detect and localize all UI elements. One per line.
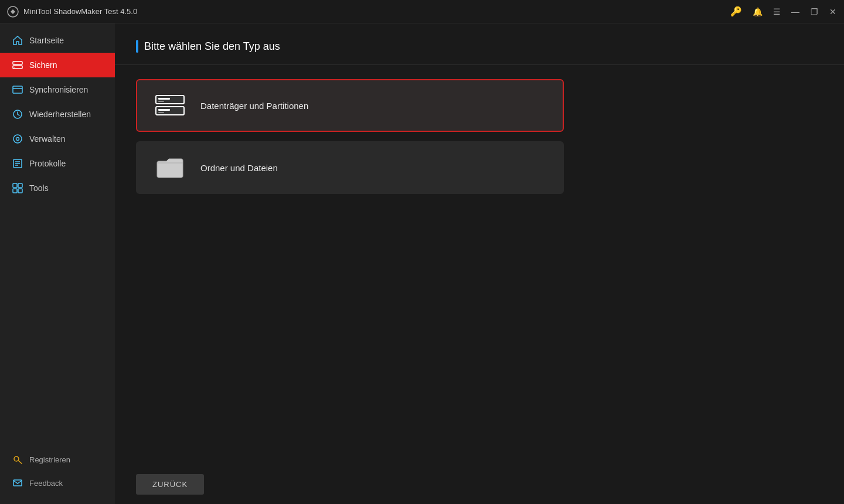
option-ordner[interactable]: Ordner und Dateien — [136, 141, 564, 194]
page-title: Bitte wählen Sie den Typ aus — [144, 40, 280, 53]
sidebar-label-verwalten: Verwalten — [29, 134, 65, 144]
content-footer: ZURÜCK — [115, 465, 844, 504]
sidebar-item-feedback[interactable]: Feedback — [0, 471, 115, 495]
svg-rect-3 — [14, 63, 15, 63]
sidebar-label-sichern: Sichern — [29, 60, 57, 70]
window-controls: 🔑 🔔 ☰ — ❐ ✕ — [730, 6, 837, 17]
content-body: Datenträger und Partitionen Ordner und D… — [115, 65, 844, 465]
sidebar-nav: Startseite Sichern — [0, 23, 115, 448]
restore-icon — [12, 108, 23, 120]
sidebar-item-wiederherstellen[interactable]: Wiederherstellen — [0, 102, 115, 127]
sidebar-item-startseite[interactable]: Startseite — [0, 28, 115, 53]
log-icon — [12, 158, 23, 169]
title-bar-left: MiniTool ShadowMaker Test 4.5.0 — [7, 6, 137, 18]
svg-rect-25 — [158, 109, 170, 111]
tools-icon — [12, 182, 23, 194]
sidebar-label-tools: Tools — [29, 183, 49, 193]
folder-icon — [154, 151, 186, 184]
home-icon — [12, 35, 23, 46]
minimize-button[interactable]: — — [791, 8, 799, 16]
back-button[interactable]: ZURÜCK — [136, 474, 204, 495]
option-ordner-label: Ordner und Dateien — [200, 163, 278, 173]
bell-icon[interactable]: 🔔 — [753, 7, 763, 16]
svg-rect-16 — [13, 189, 17, 193]
key-sidebar-icon — [12, 454, 23, 465]
svg-rect-14 — [13, 183, 17, 188]
content-area: Bitte wählen Sie den Typ aus — [115, 23, 844, 504]
option-datentraeger-label: Datenträger und Partitionen — [200, 101, 308, 111]
sidebar-label-startseite: Startseite — [29, 36, 64, 45]
key-icon[interactable]: 🔑 — [730, 6, 742, 17]
svg-rect-15 — [18, 183, 22, 188]
menu-icon[interactable]: ☰ — [773, 7, 781, 16]
backup-icon — [12, 59, 23, 71]
svg-rect-22 — [158, 98, 170, 100]
sidebar-label-wiederherstellen: Wiederherstellen — [29, 110, 91, 119]
main-layout: Startseite Sichern — [0, 23, 844, 504]
sidebar-item-synchronisieren[interactable]: Synchronisieren — [0, 77, 115, 102]
close-button[interactable]: ✕ — [829, 8, 837, 16]
sync-icon — [12, 84, 23, 96]
registrieren-label: Registrieren — [29, 455, 70, 464]
svg-rect-5 — [13, 86, 22, 93]
sidebar-item-protokolle[interactable]: Protokolle — [0, 151, 115, 176]
maximize-button[interactable]: ❐ — [810, 8, 818, 16]
header-accent-bar — [136, 40, 138, 53]
sidebar-bottom: Registrieren Feedback — [0, 448, 115, 504]
svg-point-8 — [13, 135, 22, 143]
svg-rect-26 — [158, 112, 164, 113]
app-title: MiniTool ShadowMaker Test 4.5.0 — [23, 7, 137, 16]
svg-line-19 — [19, 461, 22, 464]
feedback-label: Feedback — [29, 479, 63, 488]
sidebar-label-protokolle: Protokolle — [29, 159, 66, 168]
email-icon — [12, 477, 23, 489]
app-logo — [7, 6, 19, 18]
sidebar-item-verwalten[interactable]: Verwalten — [0, 127, 115, 151]
sidebar-label-synchronisieren: Synchronisieren — [29, 85, 88, 94]
content-header: Bitte wählen Sie den Typ aus — [115, 23, 844, 65]
sidebar-item-sichern[interactable]: Sichern — [0, 53, 115, 77]
svg-rect-23 — [158, 101, 164, 102]
svg-rect-4 — [14, 67, 15, 67]
option-datentraeger[interactable]: Datenträger und Partitionen — [136, 79, 564, 132]
svg-rect-17 — [18, 189, 22, 193]
sidebar: Startseite Sichern — [0, 23, 115, 504]
title-bar: MiniTool ShadowMaker Test 4.5.0 🔑 🔔 ☰ — … — [0, 0, 844, 23]
manage-icon — [12, 133, 23, 145]
disk-partition-icon — [154, 89, 186, 122]
sidebar-item-registrieren[interactable]: Registrieren — [0, 448, 115, 471]
svg-point-9 — [16, 138, 19, 141]
svg-rect-20 — [13, 480, 22, 486]
sidebar-item-tools[interactable]: Tools — [0, 176, 115, 200]
